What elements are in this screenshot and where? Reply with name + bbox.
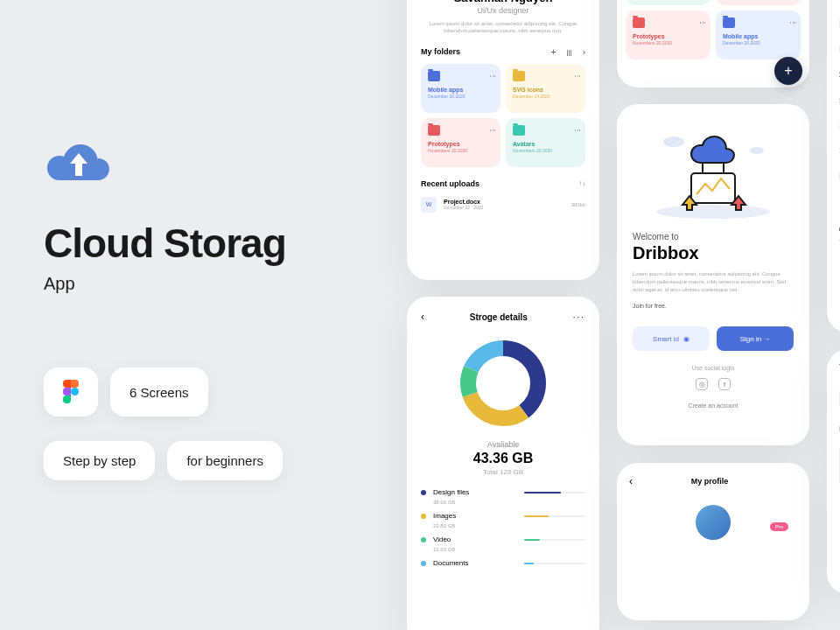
sign-in-button[interactable]: Sign in → bbox=[717, 326, 794, 351]
folder-card[interactable]: ⋮PrototypesNovembers 20.2020 bbox=[421, 118, 500, 167]
facebook-icon[interactable]: f bbox=[718, 378, 731, 390]
add-folder-icon[interactable]: + bbox=[551, 47, 556, 57]
screen-my-profile: ‹ My profile Pro bbox=[617, 463, 809, 620]
total-storage: Total 128 GB bbox=[421, 468, 585, 476]
screen-profile-folders: Savannah Nguyen Ui/Ux designer Lorem ips… bbox=[407, 0, 599, 280]
svg-point-5 bbox=[663, 136, 684, 147]
fingerprint-icon: ◉ bbox=[683, 335, 690, 343]
word-file-icon: W bbox=[421, 197, 437, 213]
screen-storage-details: ‹ Stroge details ··· Avaliable 43.36 GB … bbox=[407, 297, 599, 630]
welcome-illustration bbox=[633, 120, 794, 225]
sort-icon[interactable]: ↑↓ bbox=[578, 179, 585, 187]
settings-sliders-icon[interactable]: ⫼ bbox=[565, 47, 574, 57]
folder-card[interactable]: ⋮SVG iconsDecember 14.2020 bbox=[506, 64, 585, 113]
recent-file[interactable]: W Project.docxNovomber 22 . 2020 300kb bbox=[421, 197, 585, 213]
welcome-lorem: Lorem ipsum dolor sit amet, consectetur … bbox=[633, 270, 794, 294]
user-role: Ui/Ux designer bbox=[421, 6, 585, 15]
pro-badge: Pro bbox=[770, 522, 788, 531]
page-title: My profile bbox=[691, 477, 729, 486]
figma-icon bbox=[63, 380, 79, 404]
screens-pill: 6 Screens bbox=[110, 368, 208, 416]
brand-name: Dribbox bbox=[633, 243, 794, 263]
screen-menu: Home Profile Stroge shared State Setting… bbox=[827, 0, 840, 332]
more-icon[interactable]: ··· bbox=[573, 312, 585, 322]
chevron-right-icon[interactable]: › bbox=[583, 47, 585, 57]
instagram-icon[interactable]: ◎ bbox=[696, 378, 708, 390]
beginners-pill: for beginners bbox=[167, 441, 283, 480]
back-button[interactable]: ‹ bbox=[421, 311, 424, 323]
folder-card[interactable]: ⋮PrototypesNovembers 20.2020 bbox=[716, 0, 801, 5]
hero-subtitle: App bbox=[44, 274, 350, 294]
folder-card[interactable]: ⋮Mobile appsDecember 20.2020 bbox=[421, 64, 500, 113]
my-folders-label: My folders bbox=[421, 47, 460, 56]
recent-uploads-label: Recent uploads bbox=[421, 179, 480, 188]
figma-pill bbox=[44, 368, 98, 416]
user-bio: Lorem ipsum dolor sit amet, consectetur … bbox=[421, 20, 585, 35]
folder-card[interactable]: ⋮PrototypesNovembers 20.2020 bbox=[626, 10, 710, 60]
create-account-link[interactable]: Create an account bbox=[633, 402, 794, 409]
cloud-upload-logo bbox=[44, 137, 114, 190]
screen-home: Your dribbox ⌕Search Recent⌄ Mobile apps… bbox=[827, 349, 840, 594]
available-value: 43.36 GB bbox=[421, 451, 585, 466]
svg-point-4 bbox=[656, 205, 770, 219]
join-free: Join for free. bbox=[633, 303, 794, 309]
step-pill: Step by step bbox=[44, 441, 155, 480]
back-button[interactable]: ‹ bbox=[629, 475, 633, 487]
user-name: Savannah Nguyen bbox=[421, 0, 585, 4]
avatar bbox=[696, 505, 731, 540]
social-login-label: Use social login bbox=[633, 365, 794, 371]
folder-card[interactable]: ⋮Mobile appsDecember 20.2020 bbox=[716, 10, 801, 60]
folder-card[interactable]: ⋮AvatarsNovembers 20.2020 bbox=[506, 118, 585, 167]
smart-id-button[interactable]: Smart id◉ bbox=[633, 326, 710, 351]
storage-donut-chart bbox=[455, 335, 551, 431]
hero-title: Cloud Storag bbox=[44, 220, 350, 267]
available-label: Avaliable bbox=[421, 440, 585, 449]
folder-card[interactable]: ⋮AvatarsNovembers 20.2020 bbox=[626, 0, 710, 5]
welcome-to: Welcome to bbox=[633, 232, 794, 242]
page-title: Stroge details bbox=[470, 312, 528, 322]
svg-point-6 bbox=[750, 147, 764, 154]
screen-welcome: Welcome to Dribbox Lorem ipsum dolor sit… bbox=[617, 104, 809, 445]
fab-add-button[interactable]: + bbox=[774, 57, 802, 85]
